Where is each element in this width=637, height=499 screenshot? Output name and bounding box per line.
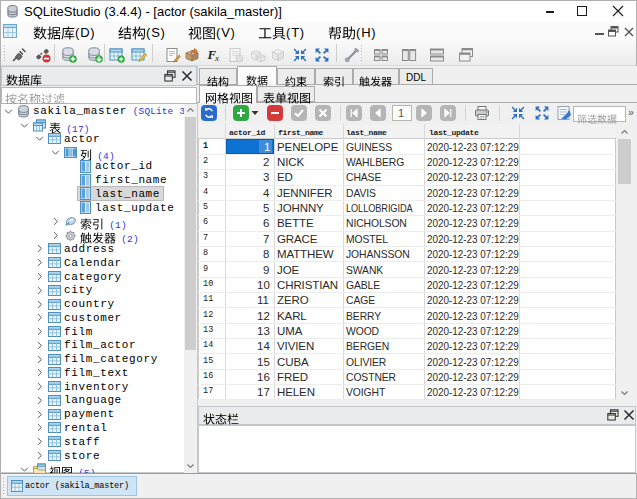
svg-text:x: x	[214, 53, 219, 63]
